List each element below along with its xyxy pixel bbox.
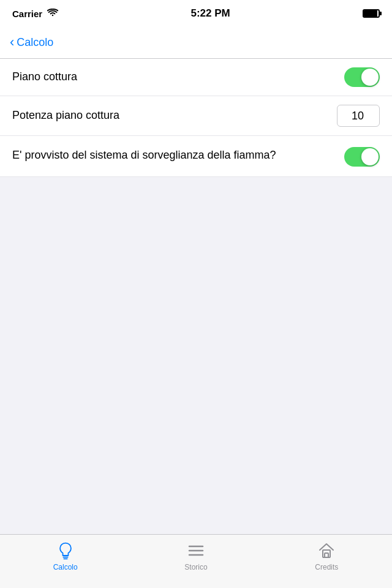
svg-rect-7	[325, 553, 328, 557]
tab-bar: Calcolo Storico Credits	[0, 534, 392, 588]
bulb-icon	[56, 541, 75, 560]
nav-bar: ‹ Calcolo	[0, 27, 392, 59]
tab-storico-label: Storico	[184, 563, 207, 571]
status-time: 5:22 PM	[190, 7, 230, 20]
list-icon	[186, 541, 206, 560]
tab-calcolo[interactable]: Calcolo	[0, 541, 130, 571]
piano-cottura-toggle[interactable]	[344, 67, 380, 87]
wifi-icon	[47, 9, 58, 19]
potenza-label: Potenza piano cottura	[12, 108, 337, 123]
piano-cottura-label: Piano cottura	[12, 70, 344, 84]
row-piano-cottura: Piano cottura	[0, 59, 392, 96]
back-chevron-icon: ‹	[10, 36, 14, 49]
back-button[interactable]: ‹ Calcolo	[10, 36, 53, 49]
sorveglianza-toggle[interactable]	[344, 147, 380, 167]
battery-icon	[363, 9, 380, 18]
potenza-input[interactable]	[337, 105, 380, 127]
tab-credits[interactable]: Credits	[262, 541, 392, 571]
tab-calcolo-label: Calcolo	[53, 563, 78, 571]
toggle-knob-2	[361, 148, 379, 165]
home-icon	[317, 541, 336, 560]
content-area: Piano cottura Potenza piano cottura E' p…	[0, 59, 392, 177]
back-label: Calcolo	[17, 36, 53, 49]
status-bar: Carrier 5:22 PM	[0, 0, 392, 27]
row-sorveglianza: E' provvisto del sistema di sorveglianza…	[0, 136, 392, 177]
toggle-knob	[361, 69, 379, 86]
carrier-label: Carrier	[12, 9, 42, 19]
row-potenza: Potenza piano cottura	[0, 96, 392, 136]
tab-credits-label: Credits	[315, 563, 338, 571]
sorveglianza-label: E' provvisto del sistema di sorveglianza…	[12, 146, 344, 162]
tab-storico[interactable]: Storico	[130, 541, 261, 571]
